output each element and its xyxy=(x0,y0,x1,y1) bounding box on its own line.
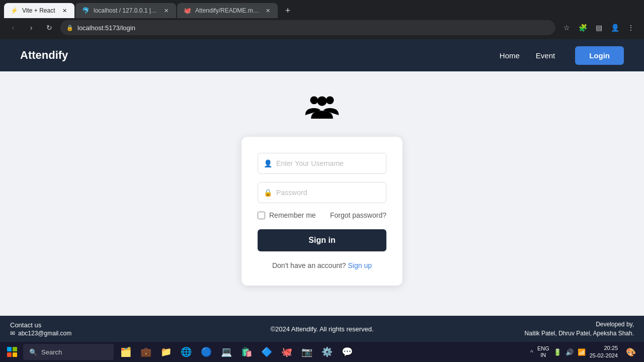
users-icon xyxy=(304,92,340,129)
browser-tab-3[interactable]: 🐙 Attendify/README.md at main... ✕ xyxy=(177,3,278,18)
developers-list: Naitik Patel, Dhruv Patel, Apeksha Shah. xyxy=(525,329,634,338)
forgot-password-link[interactable]: Forgot password? xyxy=(330,211,386,219)
taskbar-app-edge[interactable]: 🌐 xyxy=(177,343,195,361)
remember-me-label[interactable]: Remember me xyxy=(258,211,316,219)
taskbar: 🔍 Search 🗂️ 💼 📁 🌐 🔵 💻 🛍️ 🔷 🐙 📷 ⚙️ 💬 ^ EN… xyxy=(0,342,644,362)
signup-prompt: Don't have an account? Sign up xyxy=(258,261,386,269)
extensions-icon[interactable]: 🧩 xyxy=(576,21,590,35)
start-button[interactable] xyxy=(4,344,20,360)
email-icon: ✉ xyxy=(10,330,15,337)
reload-button[interactable]: ↻ xyxy=(42,21,56,35)
taskbar-app-vscode[interactable]: 🔷 xyxy=(258,343,276,361)
lock-icon: 🔒 xyxy=(66,25,73,31)
menu-icon[interactable]: ⋮ xyxy=(624,21,638,35)
forward-button[interactable]: › xyxy=(24,21,38,35)
taskbar-app-chrome[interactable]: 🔵 xyxy=(197,343,215,361)
tab-close-1[interactable]: ✕ xyxy=(60,7,68,15)
volume-icon[interactable]: 🔊 xyxy=(566,348,574,356)
taskbar-apps: 🗂️ 💼 📁 🌐 🔵 💻 🛍️ 🔷 🐙 📷 ⚙️ 💬 xyxy=(117,343,527,361)
username-icon: 👤 xyxy=(264,159,272,167)
new-tab-button[interactable]: + xyxy=(281,4,295,18)
toolbar-icons: ☆ 🧩 ▤ 👤 ⋮ xyxy=(559,21,638,35)
footer-contact-title: Contact us xyxy=(10,321,71,329)
footer: Contact us ✉ abc123@gmail.com ©2024 Atte… xyxy=(0,316,644,342)
taskbar-search-label: Search xyxy=(41,348,62,356)
taskbar-search[interactable]: 🔍 Search xyxy=(23,344,114,360)
tab-favicon-3: 🐙 xyxy=(183,7,191,15)
svg-point-1 xyxy=(326,96,334,104)
remember-me-text: Remember me xyxy=(269,211,316,219)
back-button[interactable]: ‹ xyxy=(6,21,20,35)
sidebar-icon[interactable]: ▤ xyxy=(592,21,606,35)
tab-label-1: Vite + React xyxy=(22,7,56,14)
no-account-text: Don't have an account? xyxy=(272,261,346,269)
footer-email-row: ✉ abc123@gmail.com xyxy=(10,330,71,337)
remember-checkbox[interactable] xyxy=(258,212,265,219)
chevron-up-icon[interactable]: ^ xyxy=(530,348,533,356)
taskbar-app-settings[interactable]: ⚙️ xyxy=(318,343,336,361)
taskbar-app-dell[interactable]: 💻 xyxy=(217,343,235,361)
taskbar-app-files[interactable]: 🗂️ xyxy=(117,343,135,361)
browser-toolbar: ‹ › ↻ 🔒 localhost:5173/login ☆ 🧩 ▤ 👤 ⋮ xyxy=(0,18,644,39)
footer-copyright: ©2024 Attendify. All rights reserved. xyxy=(270,325,373,333)
taskbar-search-icon: 🔍 xyxy=(29,348,37,356)
tab-close-2[interactable]: ✕ xyxy=(162,7,170,15)
navbar: Attendify Home Event Login xyxy=(0,39,644,71)
browser-tabs: ⚡ Vite + React ✕ 🐬 localhost / 127.0.0.1… xyxy=(0,0,644,18)
nav-links: Home Event xyxy=(500,51,555,60)
taskbar-app-explorer[interactable]: 📁 xyxy=(157,343,175,361)
username-input[interactable] xyxy=(258,153,386,174)
password-icon: 🔒 xyxy=(264,189,272,197)
bookmark-icon[interactable]: ☆ xyxy=(559,21,574,35)
username-input-group: 👤 xyxy=(258,153,386,174)
svg-point-0 xyxy=(310,96,318,104)
taskbar-system-tray: ^ ENG IN 🔋 🔊 📶 20:25 25-02-2024 🎨 xyxy=(530,343,640,361)
developed-by-label: Developed by, xyxy=(525,320,634,329)
taskbar-time-display: 20:25 xyxy=(590,344,618,352)
browser-tab-1[interactable]: ⚡ Vite + React ✕ xyxy=(4,3,74,18)
sign-in-button[interactable]: Sign in xyxy=(258,229,386,251)
password-input[interactable] xyxy=(258,182,386,203)
profile-icon[interactable]: 👤 xyxy=(608,21,622,35)
network-icon[interactable]: 📶 xyxy=(578,348,586,356)
app-wrapper: Attendify Home Event Login xyxy=(0,39,644,342)
url-display: localhost:5173/login xyxy=(77,24,549,32)
nav-login-button[interactable]: Login xyxy=(575,46,624,65)
sign-up-link[interactable]: Sign up xyxy=(348,261,372,269)
address-bar[interactable]: 🔒 localhost:5173/login xyxy=(60,20,555,35)
form-options-row: Remember me Forgot password? xyxy=(258,211,386,219)
nav-link-event[interactable]: Event xyxy=(536,51,555,60)
nav-link-home[interactable]: Home xyxy=(500,51,520,60)
tab-favicon-2: 🐬 xyxy=(82,7,90,15)
taskbar-app-store[interactable]: 🛍️ xyxy=(237,343,256,361)
tab-close-3[interactable]: ✕ xyxy=(264,7,272,15)
taskbar-app-whatsapp[interactable]: 💬 xyxy=(338,343,356,361)
taskbar-date-display: 25-02-2024 xyxy=(590,352,618,359)
tab-label-3: Attendify/README.md at main... xyxy=(195,7,260,14)
taskbar-app-git[interactable]: 🐙 xyxy=(278,343,296,361)
battery-icon: 🔋 xyxy=(553,348,561,356)
browser-tab-2[interactable]: 🐬 localhost / 127.0.0.1 | phpMyA... ✕ xyxy=(75,3,176,18)
browser-chrome: ⚡ Vite + React ✕ 🐬 localhost / 127.0.0.1… xyxy=(0,0,644,39)
footer-contact: Contact us ✉ abc123@gmail.com xyxy=(10,321,71,337)
footer-developed-by: Developed by, Naitik Patel, Dhruv Patel,… xyxy=(525,320,634,338)
nav-brand: Attendify xyxy=(20,49,68,62)
language-indicator: ENG IN xyxy=(537,345,549,358)
password-input-group: 🔒 xyxy=(258,182,386,203)
taskbar-color-icon[interactable]: 🎨 xyxy=(622,343,640,361)
login-card: 👤 🔒 Remember me Forgot password? Sign in xyxy=(242,137,403,286)
windows-logo-icon xyxy=(7,347,17,357)
taskbar-app-camera[interactable]: 📷 xyxy=(298,343,316,361)
svg-point-2 xyxy=(317,96,327,106)
tab-favicon-1: ⚡ xyxy=(10,7,18,15)
footer-email-text: abc123@gmail.com xyxy=(18,330,71,337)
tab-label-2: localhost / 127.0.0.1 | phpMyA... xyxy=(94,7,158,14)
main-content: 👤 🔒 Remember me Forgot password? Sign in xyxy=(0,71,644,316)
taskbar-clock[interactable]: 20:25 25-02-2024 xyxy=(590,344,618,360)
taskbar-app-teams[interactable]: 💼 xyxy=(137,343,155,361)
